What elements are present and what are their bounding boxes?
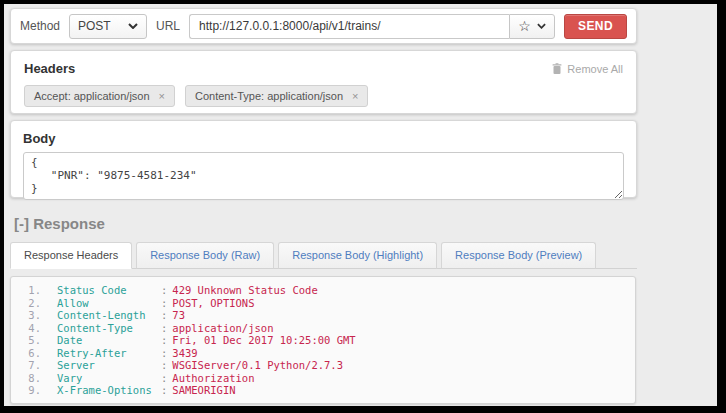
response-tab[interactable]: Response Headers — [10, 242, 132, 269]
line-number: 6. — [11, 347, 41, 360]
response-headers-output: 1. Status Code : 429 Unknown Status Code… — [10, 276, 636, 404]
response-header-name: Content-Type — [57, 322, 161, 335]
colon-separator: : — [161, 359, 167, 372]
response-header-value: application/json — [172, 322, 273, 335]
response-header-row: 9. X-Frame-Options : SAMEORIGIN — [11, 384, 635, 397]
line-number: 2. — [11, 297, 41, 310]
response-header-value: 429 Unknown Status Code — [172, 284, 317, 297]
colon-separator: : — [161, 372, 167, 385]
headers-title: Headers — [24, 61, 75, 76]
response-header-name: Content-Length — [57, 309, 161, 322]
response-header-row: 2. Allow : POST, OPTIONS — [11, 297, 635, 310]
chevron-down-icon — [128, 23, 138, 29]
line-number: 1. — [11, 284, 41, 297]
response-header-value: WSGIServer/0.1 Python/2.7.3 — [172, 359, 343, 372]
response-header-value: SAMEORIGIN — [172, 384, 235, 397]
url-label: URL — [156, 19, 180, 33]
remove-header-icon[interactable]: × — [159, 91, 165, 102]
line-number: 9. — [11, 384, 41, 397]
star-icon[interactable]: ☆ — [518, 19, 531, 33]
colon-separator: : — [161, 384, 167, 397]
favorites-button[interactable]: ☆ — [509, 14, 555, 39]
response-header-value: Authorization — [172, 372, 254, 385]
header-tag: Content-Type: application/json × — [185, 85, 368, 107]
url-group: ☆ — [189, 14, 555, 39]
response-tab[interactable]: Response Body (Preview) — [441, 242, 596, 269]
body-panel: Body { "PNR": "9875-4581-234" } — [10, 120, 637, 198]
remove-all-button[interactable]: Remove All — [552, 63, 623, 75]
response-header-row: 3. Content-Length : 73 — [11, 309, 635, 322]
send-button[interactable]: SEND — [564, 14, 627, 39]
method-select[interactable]: POST — [69, 14, 147, 39]
response-header-name: Vary — [57, 372, 161, 385]
header-tag-label: Content-Type: application/json — [195, 90, 343, 102]
response-header-row: 6. Retry-After : 3439 — [11, 347, 635, 360]
colon-separator: : — [161, 322, 167, 335]
remove-header-icon[interactable]: × — [352, 91, 358, 102]
response-tab-bar: Response Headers Response Body (Raw) Res… — [10, 242, 637, 269]
colon-separator: : — [161, 347, 167, 360]
url-input[interactable] — [189, 14, 509, 39]
chevron-down-icon[interactable] — [537, 23, 546, 29]
header-tag: Accept: application/json × — [24, 85, 175, 107]
response-header-name: Status Code — [57, 284, 161, 297]
body-title: Body — [23, 131, 56, 146]
response-header-value: POST, OPTIONS — [172, 297, 254, 310]
header-tag-label: Accept: application/json — [34, 90, 150, 102]
response-tab[interactable]: Response Body (Highlight) — [278, 242, 437, 269]
response-tab[interactable]: Response Body (Raw) — [136, 242, 274, 269]
line-number: 3. — [11, 309, 41, 322]
response-header-name: Retry-After — [57, 347, 161, 360]
colon-separator: : — [161, 297, 167, 310]
response-header-row: 5. Date : Fri, 01 Dec 2017 10:25:00 GMT — [11, 334, 635, 347]
header-tags: Accept: application/json × Content-Type:… — [24, 85, 623, 107]
response-header-row: 7. Server : WSGIServer/0.1 Python/2.7.3 — [11, 359, 635, 372]
line-number: 7. — [11, 359, 41, 372]
response-header-row: 1. Status Code : 429 Unknown Status Code — [11, 284, 635, 297]
request-bar: Method POST URL ☆ SEND — [10, 8, 637, 44]
response-header-name: Date — [57, 334, 161, 347]
response-header-name: X-Frame-Options — [57, 384, 161, 397]
response-header-row: 4. Content-Type : application/json — [11, 322, 635, 335]
response-header-name: Allow — [57, 297, 161, 310]
response-header-row: 8. Vary : Authorization — [11, 372, 635, 385]
colon-separator: : — [161, 309, 167, 322]
colon-separator: : — [161, 284, 167, 297]
body-textarea[interactable]: { "PNR": "9875-4581-234" } — [23, 152, 624, 200]
headers-panel: Headers Remove All Accept: application/j… — [10, 50, 637, 114]
response-header-value: 73 — [172, 309, 185, 322]
response-header-value: 3439 — [172, 347, 197, 360]
method-select-value: POST — [78, 19, 111, 33]
line-number: 5. — [11, 334, 41, 347]
response-collapse-toggle[interactable]: [-] Response — [14, 215, 105, 232]
response-header-name: Server — [57, 359, 161, 372]
method-label: Method — [20, 19, 60, 33]
line-number: 4. — [11, 322, 41, 335]
colon-separator: : — [161, 334, 167, 347]
response-header-value: Fri, 01 Dec 2017 10:25:00 GMT — [172, 334, 355, 347]
app-background: Method POST URL ☆ SEND Headers — [4, 4, 717, 406]
remove-all-label: Remove All — [567, 63, 623, 75]
line-number: 8. — [11, 372, 41, 385]
trash-icon — [552, 63, 562, 75]
